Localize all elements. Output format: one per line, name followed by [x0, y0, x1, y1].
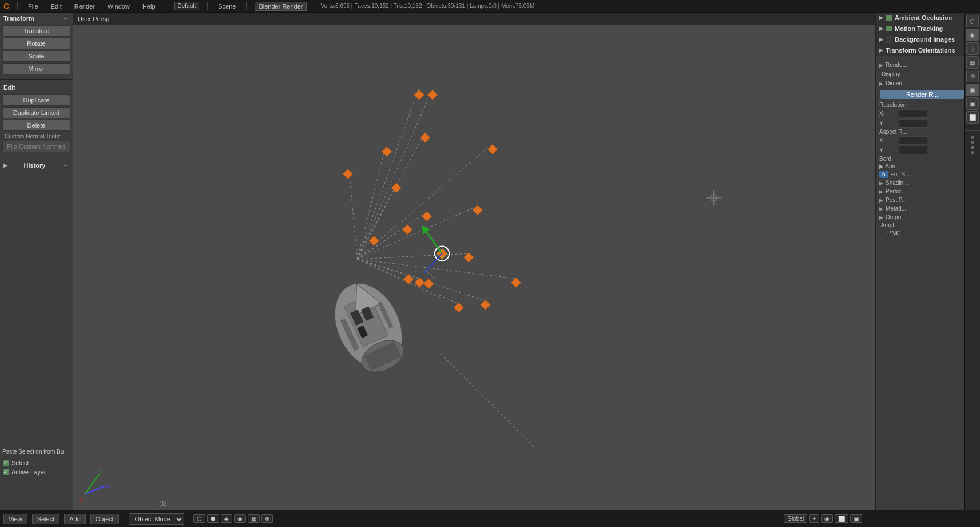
- mode-selector[interactable]: Object Mode: [129, 513, 184, 525]
- mt-arrow: ▶: [879, 26, 883, 31]
- translate-button[interactable]: Translate: [2, 25, 70, 37]
- menu-render[interactable]: Render: [72, 2, 97, 11]
- bottom-icon-5[interactable]: ▦: [248, 514, 260, 523]
- svg-line-17: [441, 354, 536, 449]
- select-row[interactable]: ✓ Select: [2, 459, 64, 466]
- performance-item[interactable]: ▶ Perfor...: [876, 187, 964, 196]
- active-layer-checkbox[interactable]: ✓: [2, 469, 9, 476]
- strip-icon-0[interactable]: ⬡: [966, 15, 979, 27]
- res-x-input[interactable]: [899, 109, 927, 118]
- bottom-icon-2[interactable]: ⬢: [207, 514, 219, 523]
- render-engine-selector[interactable]: Blender Render: [255, 2, 307, 11]
- svg-line-34: [85, 474, 99, 494]
- paste-row: Paste Selection from Bu: [2, 449, 64, 455]
- duplicate-linked-button[interactable]: Duplicate Linked: [2, 107, 70, 118]
- menu-window[interactable]: Window: [105, 2, 132, 11]
- ctrl-pt-13: [415, 278, 425, 288]
- menu-help[interactable]: Help: [140, 2, 158, 11]
- global-btn[interactable]: Global: [784, 514, 807, 523]
- strip-dots: [971, 136, 974, 154]
- object-button[interactable]: Object: [90, 514, 119, 524]
- res-y-input[interactable]: [899, 119, 927, 128]
- ctrl-pt-selected: [437, 248, 447, 259]
- dot2: [971, 141, 974, 144]
- aspect-y-label: Y:: [879, 147, 896, 153]
- metadata-item[interactable]: ▶ Metad...: [876, 204, 964, 213]
- bottom-icon-6[interactable]: ⊕: [261, 514, 273, 523]
- strip-icon-2[interactable]: ☽: [966, 42, 979, 55]
- ambient-occlusion-header[interactable]: ▶ Ambient Occlusion: [876, 13, 964, 23]
- select-button[interactable]: Select: [32, 514, 60, 524]
- strip-icon-3[interactable]: ▦: [966, 56, 979, 69]
- svg-line-5: [358, 145, 491, 259]
- aspect-x-label: X:: [879, 137, 896, 144]
- paste-label: Paste Selection from Bu: [2, 449, 64, 455]
- aspect-x-row: X:: [876, 136, 964, 145]
- transform-collapse[interactable]: –: [62, 15, 69, 21]
- strip-icon-7[interactable]: ⬜: [966, 111, 979, 124]
- mt-checkbox[interactable]: [886, 25, 892, 32]
- delete-button[interactable]: Delete: [2, 120, 70, 131]
- mirror-button[interactable]: Mirror: [2, 63, 70, 74]
- background-images-header[interactable]: ▶ Background Images: [876, 34, 964, 45]
- render-preset-button[interactable]: Render R...: [880, 90, 964, 99]
- aspect-label: Aspect R...: [879, 129, 907, 135]
- spacer1: [876, 56, 964, 61]
- svg-line-8: [358, 225, 408, 259]
- transform-section-header[interactable]: Transform –: [0, 13, 73, 24]
- dimensions-item[interactable]: ▶ Dimen...: [876, 79, 964, 88]
- strip-icon-1[interactable]: ◉: [966, 29, 979, 41]
- svg-line-14: [358, 259, 441, 298]
- bi-checkbox[interactable]: [886, 36, 892, 43]
- svg-point-31: [711, 195, 717, 201]
- aspect-x-input[interactable]: [899, 136, 927, 145]
- bottom-icon-4[interactable]: ◉: [234, 514, 246, 523]
- bottom-right-2[interactable]: ◉: [821, 514, 833, 523]
- shading-item[interactable]: ▶ Shadin...: [876, 179, 964, 187]
- background-images-label: Background Images: [895, 36, 955, 43]
- samples-badge[interactable]: 5: [879, 171, 888, 178]
- aspect-y-input[interactable]: [899, 146, 927, 154]
- render-section-title[interactable]: ▶ Rende...: [876, 61, 964, 69]
- ao-checkbox[interactable]: [886, 14, 892, 21]
- scene-canvas[interactable]: X Y Z (1): [73, 25, 875, 510]
- bottom-right-1[interactable]: +: [809, 514, 819, 523]
- output-item[interactable]: ▶ Output: [876, 213, 964, 221]
- bottom-icon-1[interactable]: ⬡: [193, 514, 205, 523]
- add-button[interactable]: Add: [64, 514, 86, 524]
- active-layer-row[interactable]: ✓ Active Layer: [2, 469, 64, 476]
- transform-orientations-header[interactable]: ▶ Transform Orientations: [876, 45, 964, 56]
- select-checkbox[interactable]: ✓: [2, 459, 9, 466]
- transform-orientations-label: Transform Orientations: [886, 47, 955, 54]
- menu-edit[interactable]: Edit: [49, 2, 64, 11]
- motion-tracking-header[interactable]: ▶ Motion Tracking: [876, 23, 964, 34]
- png-checkbox[interactable]: [879, 230, 885, 236]
- history-collapse[interactable]: –: [62, 163, 69, 168]
- bottom-right-3[interactable]: ⬜: [835, 514, 848, 523]
- edit-collapse[interactable]: –: [62, 85, 69, 90]
- mode-button[interactable]: Default: [174, 2, 200, 10]
- scene-selector[interactable]: Scene: [216, 2, 238, 11]
- svg-line-7: [358, 212, 427, 259]
- post-proc-item[interactable]: ▶ Post P...: [876, 196, 964, 204]
- strip-icon-6[interactable]: ▣: [966, 97, 979, 110]
- svg-line-16: [358, 259, 459, 304]
- history-section-header[interactable]: ▶ History –: [0, 160, 73, 171]
- strip-icon-5[interactable]: ▣: [966, 84, 979, 96]
- bottom-right-4[interactable]: ▣: [850, 514, 862, 523]
- dimensions-label: Dimen...: [886, 80, 907, 86]
- ambient-occlusion-label: Ambient Occlusion: [895, 14, 952, 21]
- view-button[interactable]: View: [3, 514, 27, 524]
- menu-file[interactable]: File: [26, 2, 41, 11]
- menu-divider3: [207, 2, 208, 10]
- performance-label: Perfor...: [886, 188, 906, 195]
- svg-line-6: [358, 184, 396, 259]
- bottom-icon-3[interactable]: ◈: [221, 514, 232, 523]
- flip-normals-button[interactable]: Flip Custom Normals: [2, 141, 70, 152]
- active-layer-label: Active Layer: [11, 469, 46, 476]
- rotate-button[interactable]: Rotate: [2, 38, 70, 49]
- scale-button[interactable]: Scale: [2, 50, 70, 62]
- strip-icon-4[interactable]: ⊞: [966, 70, 979, 82]
- duplicate-button[interactable]: Duplicate: [2, 94, 70, 106]
- edit-section-header[interactable]: Edit –: [0, 82, 73, 93]
